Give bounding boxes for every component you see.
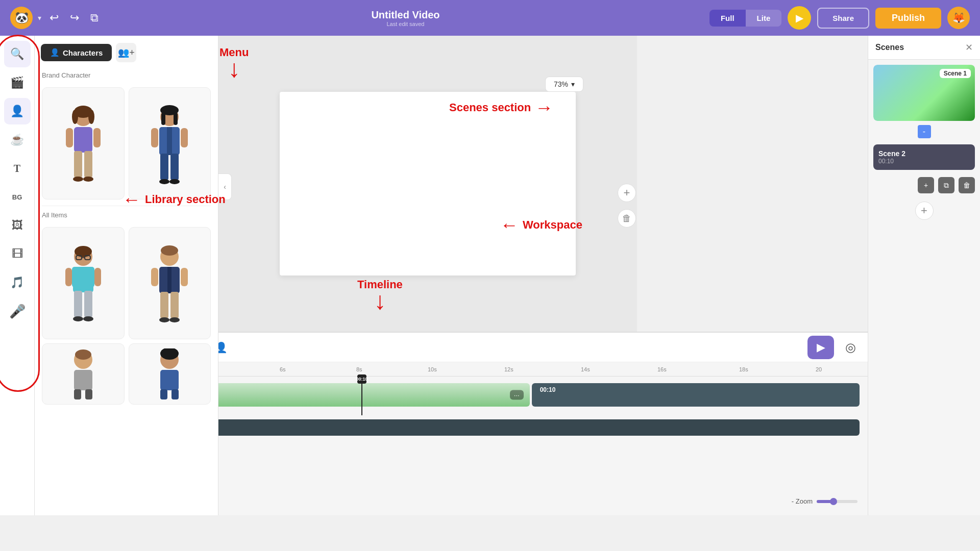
collapse-panel-button[interactable]: ‹	[218, 173, 232, 200]
track-menu-button[interactable]: ···	[510, 390, 524, 400]
sidebar-item-background[interactable]: BG	[4, 184, 31, 210]
add-scene-button[interactable]: +	[915, 202, 934, 220]
scenes-panel: Scenes ✕ Scene 1 - Scene 2 00:10 + ⧉ 🗑 +	[868, 36, 980, 515]
lite-view-button[interactable]: Lite	[746, 10, 782, 27]
music-icon: 🎵	[10, 276, 24, 289]
svg-rect-54	[160, 370, 179, 390]
svg-rect-30	[89, 267, 94, 287]
scene1-thumbnail[interactable]: Scene 1	[873, 65, 975, 121]
track-clip-1b[interactable]: 00:10	[532, 383, 860, 407]
list-item[interactable]	[42, 227, 125, 339]
svg-rect-6	[84, 151, 92, 178]
svg-point-34	[83, 316, 93, 321]
undo-button[interactable]: ↩	[46, 8, 62, 28]
list-item[interactable]	[129, 87, 211, 199]
sidebar-item-music[interactable]: 🎵	[4, 269, 31, 296]
svg-rect-40	[167, 267, 172, 293]
full-view-button[interactable]: Full	[709, 10, 746, 27]
svg-rect-46	[181, 268, 188, 286]
svg-point-8	[83, 177, 93, 182]
svg-rect-45	[151, 268, 158, 286]
playhead-time: 00:10	[356, 377, 368, 382]
topbar: 🐼 ▾ ↩ ↪ ⧉ Untitled Video Last edit saved…	[0, 0, 980, 36]
dropdown-arrow[interactable]: ▾	[38, 14, 41, 22]
sidebar-item-image[interactable]: 🖼	[4, 212, 31, 239]
add-character-button[interactable]: 👥+	[116, 43, 136, 62]
zoom-label: - Zoom	[792, 497, 813, 505]
scene1-minus-button[interactable]: -	[918, 125, 931, 138]
svg-rect-42	[170, 292, 179, 318]
svg-point-7	[73, 177, 83, 182]
characters-tab-button[interactable]: 👤 Characters	[41, 44, 112, 61]
sidebar-item-character[interactable]: 👤	[4, 98, 31, 124]
tick-18s: 18s	[739, 366, 748, 372]
scene2-delete-button[interactable]: 🗑	[959, 177, 975, 193]
close-scenes-button[interactable]: ✕	[965, 42, 973, 53]
share-button[interactable]: Share	[817, 8, 869, 29]
svg-rect-29	[72, 267, 77, 287]
preview-play-button[interactable]: ▶	[788, 6, 811, 30]
mic-icon: 🎤	[9, 304, 26, 319]
tick-20s: 20	[816, 366, 822, 372]
svg-rect-14	[174, 113, 178, 125]
user-avatar[interactable]: 🦊	[947, 7, 970, 29]
clip-time-display: 00:10	[540, 386, 556, 393]
add-character-icon: 👥+	[118, 47, 135, 58]
svg-point-43	[159, 317, 169, 322]
video-title[interactable]: Untitled Video	[371, 9, 439, 21]
svg-point-38	[161, 245, 178, 256]
svg-rect-51	[85, 389, 92, 399]
add-element-button[interactable]: +	[618, 184, 636, 202]
sidebar-item-search[interactable]: 🔍	[4, 41, 31, 67]
zoom-slider[interactable]	[817, 500, 857, 503]
list-item[interactable]	[129, 227, 211, 339]
scenes-icon: 🎬	[10, 76, 24, 89]
svg-rect-16	[167, 127, 172, 155]
svg-rect-36	[94, 268, 101, 286]
redo-button[interactable]: ↪	[67, 8, 82, 28]
svg-rect-9	[66, 128, 73, 147]
topbar-right: Full Lite ▶ Share Publish 🦊	[709, 6, 970, 30]
plus-icon: +	[624, 186, 630, 199]
video-clip-button[interactable]: ▶	[807, 336, 834, 359]
zoom-control[interactable]: 73% ▾	[545, 77, 583, 92]
sidebar-item-text[interactable]: T	[4, 155, 31, 182]
svg-point-19	[159, 179, 169, 184]
zoom-thumb[interactable]	[830, 498, 837, 505]
image-icon: 🖼	[12, 219, 23, 232]
video-icon: 🎞	[12, 247, 23, 261]
view-toggle: Full Lite	[709, 10, 781, 27]
characters-tab-label: Characters	[63, 48, 103, 57]
svg-point-3	[88, 110, 94, 124]
scene2-copy-button[interactable]: ⧉	[938, 177, 954, 193]
target-button[interactable]: ◎	[841, 338, 860, 357]
all-items-grid	[35, 223, 218, 409]
svg-rect-50	[74, 389, 81, 399]
list-item[interactable]	[42, 87, 125, 199]
canvas-area[interactable]	[280, 92, 576, 276]
list-item[interactable]	[129, 343, 211, 405]
scene2-thumbnail[interactable]: Scene 2 00:10	[873, 144, 975, 170]
character-icon: 👤	[10, 105, 24, 118]
background-icon: BG	[12, 193, 22, 201]
delete-element-button[interactable]: 🗑	[618, 209, 636, 228]
zoom-value: 73%	[554, 80, 568, 88]
scene2-title: Scene 2	[878, 149, 970, 158]
publish-button[interactable]: Publish	[875, 8, 941, 29]
tick-16s: 16s	[657, 366, 667, 372]
sidebar-item-video[interactable]: 🎞	[4, 241, 31, 267]
section-divider	[42, 206, 211, 206]
library-header: 👤 Characters 👥+	[35, 36, 218, 69]
scene2-add-button[interactable]: +	[918, 177, 934, 193]
svg-rect-10	[93, 128, 101, 147]
brand-character-label: Brand Character	[35, 69, 218, 83]
svg-rect-5	[74, 151, 82, 178]
copy-button[interactable]: ⧉	[87, 8, 102, 28]
sidebar-item-scenes[interactable]: 🎬	[4, 69, 31, 96]
sidebar-item-props[interactable]: ☕	[4, 127, 31, 153]
tick-8s: 8s	[356, 366, 362, 372]
svg-point-44	[169, 317, 180, 322]
last-saved-label: Last edit saved	[371, 21, 439, 27]
list-item[interactable]	[42, 343, 125, 405]
sidebar-item-mic[interactable]: 🎤	[4, 298, 31, 324]
